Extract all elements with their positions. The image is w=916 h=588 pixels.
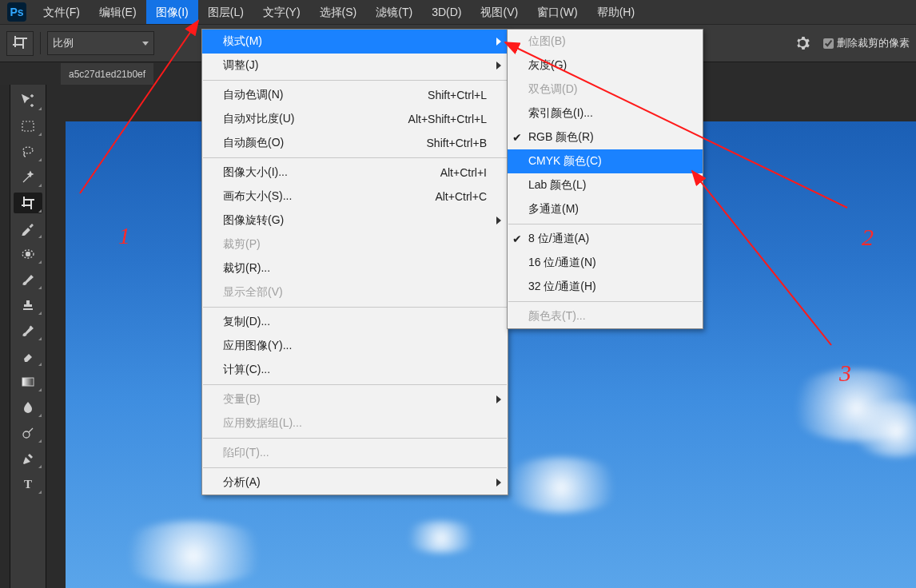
- submenu-arrow-icon: [496, 62, 501, 70]
- menu-item[interactable]: 图像(I): [146, 0, 198, 24]
- crop-tool[interactable]: [14, 193, 42, 213]
- check-icon: ✔: [512, 131, 522, 144]
- menu-row[interactable]: 灰度(G): [508, 54, 703, 77]
- menu-label: 32 位/通道(H): [528, 280, 596, 294]
- menu-row: 陷印(T)...: [202, 441, 508, 465]
- menu-label: 自动对比度(U): [223, 112, 294, 126]
- eraser-tool[interactable]: [14, 346, 42, 367]
- submenu-arrow-icon: [496, 479, 501, 487]
- menu-item[interactable]: 文件(F): [34, 0, 90, 24]
- menu-shortcut: Shift+Ctrl+L: [396, 89, 487, 101]
- menu-separator: [203, 307, 507, 308]
- menu-row[interactable]: 调整(J): [202, 54, 508, 77]
- crop-ratio-value: 比例: [53, 36, 74, 50]
- menu-item[interactable]: 文字(Y): [253, 0, 310, 24]
- dodge-tool[interactable]: [14, 423, 42, 443]
- brush-tool[interactable]: [14, 269, 42, 290]
- menu-row[interactable]: 裁切(R)...: [202, 256, 508, 280]
- menu-row: 应用数据组(L)...: [202, 411, 508, 435]
- menu-row[interactable]: ✔8 位/通道(A): [508, 227, 703, 251]
- menu-label: 索引颜色(I)...: [528, 106, 593, 121]
- menu-row: 显示全部(V): [202, 280, 508, 304]
- menu-row[interactable]: 自动色调(N)Shift+Ctrl+L: [202, 83, 508, 107]
- menu-row[interactable]: 图像大小(I)...Alt+Ctrl+I: [202, 161, 508, 185]
- image-menu[interactable]: 模式(M)调整(J)自动色调(N)Shift+Ctrl+L自动对比度(U)Alt…: [201, 29, 508, 495]
- marquee-tool[interactable]: [14, 116, 42, 137]
- eyedropper-tool[interactable]: [14, 218, 42, 239]
- type-tool[interactable]: T: [14, 474, 42, 495]
- stamp-tool[interactable]: [14, 295, 42, 316]
- crop-tool-preset[interactable]: [6, 31, 34, 56]
- lasso-tool[interactable]: [14, 141, 42, 162]
- menu-shortcut: Alt+Ctrl+I: [408, 166, 487, 179]
- svg-rect-14: [23, 308, 33, 310]
- menu-item[interactable]: 图层(L): [198, 0, 253, 24]
- app-logo: Ps: [3, 0, 30, 24]
- menu-label: 16 位/通道(N): [528, 256, 596, 270]
- svg-rect-11: [24, 199, 34, 201]
- delete-cropped-checkbox[interactable]: 删除裁剪的像素: [820, 36, 910, 51]
- gear-icon[interactable]: [793, 34, 812, 53]
- menu-row[interactable]: 自动对比度(U)Alt+Shift+Ctrl+L: [202, 107, 508, 131]
- menu-row[interactable]: 复制(D)...: [202, 310, 508, 334]
- menu-separator: [508, 224, 702, 224]
- menu-row[interactable]: 自动颜色(O)Shift+Ctrl+B: [202, 131, 508, 155]
- crop-ratio-select[interactable]: 比例: [47, 31, 154, 55]
- menu-row[interactable]: 分析(A): [202, 471, 508, 495]
- pen-tool[interactable]: [14, 448, 42, 469]
- menu-row: 颜色表(T)...: [508, 304, 703, 328]
- menu-label: 应用数据组(L)...: [223, 416, 302, 431]
- menu-label: 计算(C)...: [223, 363, 270, 377]
- menu-row[interactable]: Lab 颜色(L): [508, 173, 703, 197]
- menu-item[interactable]: 视图(V): [471, 0, 528, 24]
- menu-item[interactable]: 3D(D): [422, 0, 471, 24]
- svg-text:T: T: [24, 478, 32, 491]
- menu-row[interactable]: 模式(M): [202, 30, 508, 54]
- healing-tool[interactable]: [14, 244, 42, 264]
- menu-label: RGB 颜色(R): [528, 130, 594, 145]
- menu-label: Lab 颜色(L): [528, 178, 586, 193]
- menu-label: 多通道(M): [528, 202, 579, 217]
- menu-label: CMYK 颜色(C): [528, 154, 602, 169]
- menu-item[interactable]: 选择(S): [310, 0, 367, 24]
- menu-row[interactable]: CMYK 颜色(C): [508, 149, 703, 173]
- menu-row[interactable]: 16 位/通道(N): [508, 251, 703, 275]
- menu-separator: [203, 80, 507, 81]
- svg-rect-13: [26, 252, 30, 256]
- magic-wand-tool[interactable]: [14, 167, 42, 188]
- menu-label: 自动色调(N): [223, 88, 283, 102]
- menu-separator: [203, 157, 507, 158]
- gradient-tool[interactable]: [14, 371, 42, 392]
- svg-rect-15: [22, 378, 34, 386]
- menu-row: 变量(B): [202, 387, 508, 411]
- menu-item[interactable]: 窗口(W): [528, 0, 587, 24]
- menu-row[interactable]: 多通道(M): [508, 197, 703, 221]
- menu-item[interactable]: 编辑(E): [90, 0, 146, 24]
- menu-label: 调整(J): [223, 58, 258, 73]
- menu-row[interactable]: ✔RGB 颜色(R): [508, 125, 703, 149]
- menu-row[interactable]: 应用图像(Y)...: [202, 334, 508, 358]
- document-tab[interactable]: a5c27d1ed21b0ef: [61, 63, 153, 85]
- menu-label: 裁剪(P): [223, 237, 261, 252]
- blur-tool[interactable]: [14, 397, 42, 418]
- svg-rect-5: [16, 38, 27, 39]
- menu-row[interactable]: 索引颜色(I)...: [508, 101, 703, 125]
- menu-row: 位图(B): [508, 30, 703, 54]
- menu-item[interactable]: 帮助(H): [587, 0, 644, 24]
- separator: [40, 32, 41, 54]
- svg-text:Ps: Ps: [10, 6, 23, 18]
- move-tool[interactable]: [14, 90, 42, 111]
- menu-label: 显示全部(V): [223, 285, 283, 300]
- menu-label: 复制(D)...: [223, 315, 270, 329]
- menu-label: 双色调(D): [528, 82, 577, 97]
- check-icon: ✔: [512, 232, 522, 245]
- menu-row[interactable]: 32 位/通道(H): [508, 275, 703, 299]
- menu-row[interactable]: 计算(C)...: [202, 358, 508, 382]
- menu-label: 自动颜色(O): [223, 136, 284, 150]
- submenu-arrow-icon: [496, 38, 501, 46]
- menu-row[interactable]: 图像旋转(G): [202, 209, 508, 232]
- mode-submenu[interactable]: 位图(B)灰度(G)双色调(D)索引颜色(I)...✔RGB 颜色(R)CMYK…: [507, 29, 703, 329]
- history-brush-tool[interactable]: [14, 320, 42, 341]
- menu-row[interactable]: 画布大小(S)...Alt+Ctrl+C: [202, 185, 508, 209]
- menu-item[interactable]: 滤镜(T): [366, 0, 422, 24]
